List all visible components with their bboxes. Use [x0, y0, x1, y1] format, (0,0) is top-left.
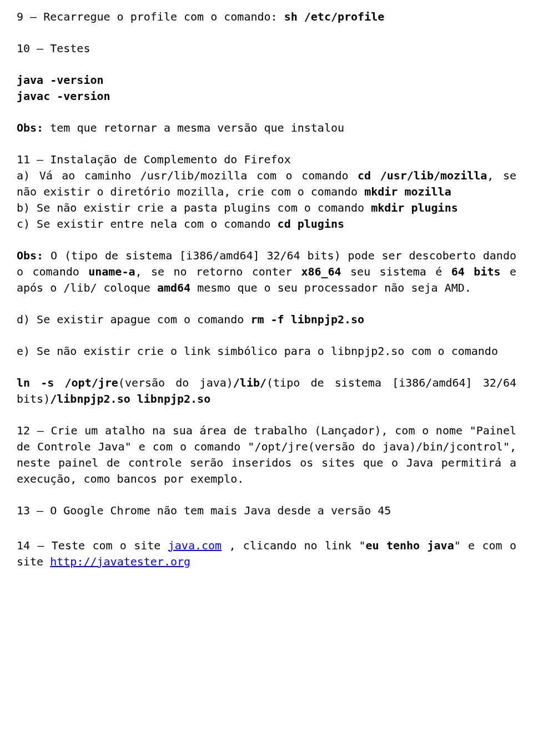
- ln-command: ln -s /opt/jre(versão do java)/lib/(tipo…: [17, 375, 516, 407]
- obs-2-t2: , se no retorno conter: [135, 265, 301, 278]
- step-11-a-cd: cd /usr/lib/mozilla: [358, 169, 487, 182]
- step-11-title: 11 — Instalação de Complemento do Firefo…: [17, 152, 516, 168]
- obs-2-t5: mesmo que o seu processador não seja AMD…: [190, 281, 471, 294]
- step-9-command: sh /etc/profile: [284, 10, 385, 23]
- step-10: 10 — Testes: [17, 41, 516, 57]
- obs-2-t3: seu sistema é: [341, 265, 451, 278]
- obs-2-x8664: x86_64: [301, 265, 341, 278]
- step-14-bold: eu tenho java: [366, 539, 454, 552]
- obs-1: Obs: tem que retornar a mesma versão que…: [17, 120, 516, 136]
- obs-1-text: tem que retornar a mesma versão que inst…: [43, 121, 344, 134]
- step-11-c-cmd: cd plugins: [278, 217, 344, 231]
- step-14: 14 — Teste com o site java.com , clicand…: [17, 538, 516, 570]
- obs-1-label: Obs:: [17, 121, 43, 134]
- obs-2-64bits: 64 bits: [451, 265, 501, 278]
- step-11-c-text: c) Se existir entre nela com o comando: [17, 217, 278, 231]
- step-11-b-text: b) Se não existir crie a pasta plugins c…: [17, 201, 371, 214]
- step-14-t2: , clicando no link ": [222, 539, 365, 552]
- step-11-d-cmd: rm -f libnpjp2.so: [250, 313, 364, 326]
- obs-2-label: Obs:: [17, 249, 43, 262]
- step-11-b-cmd: mkdir plugins: [371, 201, 458, 214]
- obs-2-amd64: amd64: [157, 281, 190, 294]
- step-11-a-text1: a) Vá ao caminho /usr/lib/mozilla com o …: [17, 169, 358, 182]
- ln-part2: (versão do java): [118, 376, 233, 389]
- step-11-a-mkdir: mkdir mozilla: [364, 185, 451, 198]
- step-11-e: e) Se não existir crie o link simbólico …: [17, 343, 516, 359]
- cmd-java-version: java -version: [17, 72, 516, 88]
- step-11-d: d) Se existir apague com o comando rm -f…: [17, 312, 516, 328]
- step-11-b: b) Se não existir crie a pasta plugins c…: [17, 200, 516, 216]
- document-page: 9 — Recarregue o profile com o comando: …: [0, 0, 533, 756]
- step-9-text: 9 — Recarregue o profile com o comando:: [17, 10, 284, 23]
- ln-part5: /libnpjp2.so libnpjp2.so: [50, 392, 210, 405]
- ln-part1: ln -s /opt/jre: [17, 376, 118, 389]
- ln-part3: /lib/: [233, 376, 266, 389]
- step-11-a: a) Vá ao caminho /usr/lib/mozilla com o …: [17, 168, 516, 200]
- step-12: 12 — Crie um atalho na sua área de traba…: [17, 423, 516, 487]
- step-11-d-text: d) Se existir apague com o comando: [17, 313, 250, 326]
- link-java-com[interactable]: java.com: [168, 539, 222, 552]
- obs-2: Obs: O (tipo de sistema [i386/amd64] 32/…: [17, 248, 516, 296]
- obs-2-uname: uname-a: [88, 265, 135, 278]
- step-13: 13 — O Google Chrome não tem mais Java d…: [17, 503, 516, 519]
- step-14-t1: 14 — Teste com o site: [17, 539, 168, 552]
- cmd-javac-version: javac -version: [17, 88, 516, 104]
- step-11-c: c) Se existir entre nela com o comando c…: [17, 216, 516, 232]
- link-javatester[interactable]: http://javatester.org: [50, 555, 190, 568]
- step-9: 9 — Recarregue o profile com o comando: …: [17, 9, 516, 25]
